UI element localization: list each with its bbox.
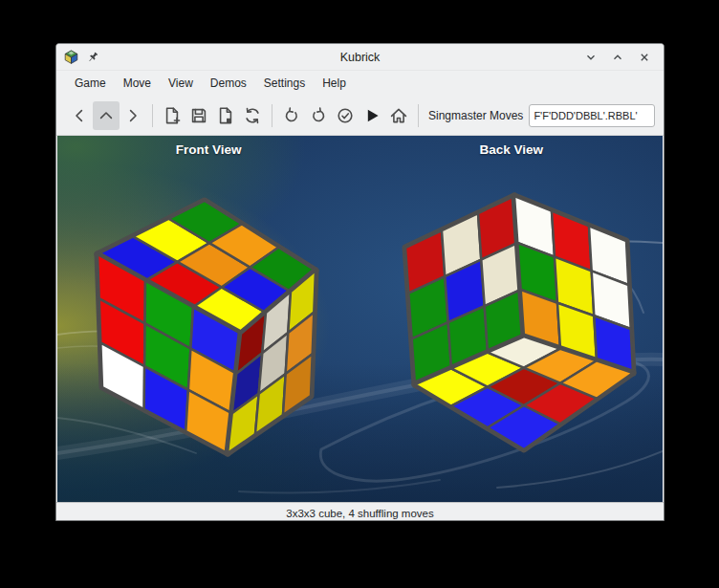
- kubrick-window: Kubrick Game Move View Demos Settings He…: [55, 43, 665, 521]
- statusbar: 3x3x3 cube, 4 shuffling moves: [56, 502, 664, 521]
- close-button[interactable]: [633, 47, 656, 68]
- kubrick-app-icon: [64, 50, 78, 64]
- chevron-right-icon: [122, 105, 143, 126]
- menu-view[interactable]: View: [160, 73, 202, 94]
- save-icon: [188, 105, 209, 126]
- load-puzzle-button[interactable]: [212, 101, 239, 130]
- refresh-icon: [242, 105, 263, 126]
- chevron-left-icon: [69, 105, 90, 126]
- singmaster-input[interactable]: [529, 104, 655, 127]
- undo-icon: [281, 105, 302, 126]
- next-move-button[interactable]: [120, 101, 146, 130]
- redo-button[interactable]: [305, 101, 332, 130]
- home-icon: [388, 105, 409, 126]
- window-title: Kubrick: [56, 51, 664, 64]
- document-load-icon: [215, 105, 236, 126]
- demo-play-button[interactable]: [359, 101, 385, 130]
- check-circle-icon: [335, 105, 356, 126]
- document-new-icon: [162, 105, 183, 126]
- solve-button[interactable]: [332, 101, 359, 130]
- redo-icon: [308, 105, 329, 126]
- menu-game[interactable]: Game: [66, 73, 115, 94]
- restart-puzzle-button[interactable]: [239, 101, 266, 130]
- desktop-background: { "window": { "title": "Kubrick", "title…: [0, 0, 719, 588]
- previous-move-button[interactable]: [66, 101, 93, 130]
- maximize-button[interactable]: [606, 47, 629, 68]
- minimize-button[interactable]: [579, 47, 602, 68]
- toolbar-separator: [152, 104, 153, 127]
- titlebar[interactable]: Kubrick: [56, 44, 664, 71]
- menu-settings[interactable]: Settings: [255, 73, 314, 94]
- singmaster-label: Singmaster Moves: [428, 109, 523, 122]
- chevron-up-icon: [96, 105, 117, 126]
- chevron-down-icon: [583, 50, 599, 65]
- pin-icon[interactable]: [85, 50, 100, 65]
- rotate-up-button[interactable]: [93, 101, 120, 130]
- toolbar: Singmaster Moves: [56, 96, 664, 136]
- menu-move[interactable]: Move: [115, 73, 160, 94]
- game-scene[interactable]: [57, 136, 663, 502]
- game-viewport[interactable]: Front View Back View: [57, 136, 663, 502]
- menu-demos[interactable]: Demos: [202, 73, 255, 94]
- toolbar-separator: [272, 104, 272, 127]
- new-puzzle-button[interactable]: [159, 101, 185, 130]
- save-puzzle-button[interactable]: [185, 101, 212, 130]
- menu-help[interactable]: Help: [314, 73, 355, 94]
- close-icon: [637, 50, 652, 65]
- play-icon: [361, 105, 382, 126]
- undo-button[interactable]: [278, 101, 305, 130]
- home-button[interactable]: [385, 101, 412, 130]
- toolbar-separator: [418, 104, 419, 127]
- menubar: Game Move View Demos Settings Help: [56, 71, 664, 96]
- status-text: 3x3x3 cube, 4 shuffling moves: [286, 508, 434, 519]
- chevron-up-icon: [610, 50, 625, 65]
